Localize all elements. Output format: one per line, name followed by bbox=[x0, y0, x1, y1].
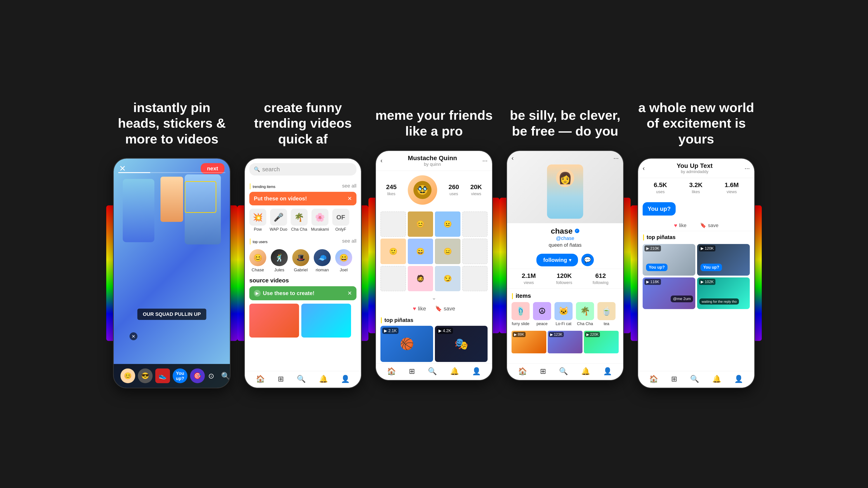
face-cell-2[interactable]: 😐 bbox=[435, 212, 460, 237]
stat4-followers-label: followers bbox=[556, 281, 572, 285]
face-cell-empty-2[interactable] bbox=[462, 212, 488, 237]
nav-bell-5[interactable]: 🔔 bbox=[712, 375, 721, 383]
sticker-onlyf[interactable]: OF OnlyF bbox=[332, 209, 349, 232]
nav-bell-3[interactable]: 🔔 bbox=[450, 367, 459, 376]
following-button[interactable]: following ▾ bbox=[536, 254, 578, 266]
back-button-3[interactable]: ‹ bbox=[380, 157, 382, 164]
stat5-views: 1.6M views bbox=[725, 182, 739, 194]
message-button[interactable]: 💬 bbox=[581, 254, 594, 266]
save-button-3[interactable]: 🔖 save bbox=[435, 305, 455, 312]
toolbar-target-icon[interactable]: ⊙ bbox=[208, 372, 214, 380]
chevron-down[interactable]: ⌄ bbox=[376, 293, 492, 302]
back-button-5[interactable]: ‹ bbox=[643, 165, 645, 172]
nav-grid-3[interactable]: ⊞ bbox=[409, 367, 415, 376]
more-button-3[interactable]: ··· bbox=[483, 157, 488, 164]
vgs-3[interactable]: ▶ 220K bbox=[584, 331, 619, 353]
item-lofi-name: Lo-Fi cat bbox=[556, 322, 571, 326]
nav-search-3[interactable]: 🔍 bbox=[428, 367, 437, 376]
user-chase-avatar: 😊 bbox=[249, 249, 266, 266]
item-peace[interactable]: ☮ peace bbox=[533, 302, 551, 326]
see-all-2[interactable]: see all bbox=[342, 238, 356, 244]
more-button-5[interactable]: ··· bbox=[745, 165, 750, 172]
user-jules[interactable]: 🕺 Jules bbox=[271, 249, 288, 272]
yellow-bar-1: | bbox=[249, 182, 251, 189]
top-pinatas-label-3: | top piñatas bbox=[376, 315, 492, 325]
like-button-3[interactable]: ♥ like bbox=[413, 305, 426, 312]
nav-search-5[interactable]: 🔍 bbox=[690, 375, 699, 383]
trending-close-btn[interactable]: ✕ bbox=[347, 195, 352, 202]
face-cell-empty-5[interactable] bbox=[462, 266, 488, 291]
pt2-3[interactable]: ▶ 118K @me 2um bbox=[643, 278, 695, 309]
item-tea[interactable]: 🍵 tea bbox=[597, 302, 616, 326]
sticker-chacha[interactable]: 🌴 Cha Cha bbox=[291, 209, 308, 232]
user-joel[interactable]: 😄 Joel bbox=[335, 249, 352, 272]
pinata-thumb-1[interactable]: ▶ 2.1K 🏀 bbox=[380, 326, 433, 362]
nav-profile-3[interactable]: 👤 bbox=[472, 367, 481, 376]
vgs-count-2: ▶ 123K bbox=[549, 332, 564, 337]
trending-banner[interactable]: Put these on videos! ✕ bbox=[249, 192, 356, 205]
sticker-murakami[interactable]: 🌸 Murakami bbox=[311, 209, 329, 232]
more-button-4[interactable]: ··· bbox=[614, 155, 619, 162]
search-bar[interactable]: 🔍 search bbox=[249, 163, 356, 175]
close-button[interactable]: ✕ bbox=[119, 164, 126, 173]
nav-grid-4[interactable]: ⊞ bbox=[540, 367, 546, 376]
face-cell-1[interactable]: 😊 bbox=[408, 212, 433, 237]
chat-bubble-area: You up? bbox=[638, 198, 754, 220]
sticker-row: 😊 😎 👟 You up? 🎯 bbox=[121, 368, 205, 383]
pt2-4[interactable]: ▶ 102K waiting for the reply tho bbox=[697, 278, 750, 309]
face-cell-7[interactable]: 😏 bbox=[435, 266, 460, 291]
back-button-4[interactable]: ‹ bbox=[512, 155, 514, 162]
face-cell-5[interactable]: 😑 bbox=[435, 238, 460, 264]
face-cell-3[interactable]: 🙂 bbox=[380, 238, 406, 264]
vgs-2[interactable]: ▶ 123K bbox=[548, 331, 583, 353]
pinata-thumb-2[interactable]: ▶ 4.2K 🎭 bbox=[435, 326, 488, 362]
sticker-glasses[interactable]: 😎 bbox=[138, 368, 153, 383]
user-gabriel[interactable]: 🎩 Gabriel bbox=[292, 249, 309, 272]
pinata-count-1: ▶ 2.1K bbox=[382, 328, 399, 334]
user-joel-name: Joel bbox=[340, 267, 348, 272]
nav-home-3[interactable]: 🏠 bbox=[387, 367, 396, 376]
like-button-5[interactable]: ♥ like bbox=[674, 222, 686, 229]
nav-search-2[interactable]: 🔍 bbox=[297, 375, 306, 383]
nav-bell-2[interactable]: 🔔 bbox=[319, 375, 328, 383]
profile4-handle: @chase bbox=[512, 235, 619, 241]
sticker-close[interactable]: ✕ bbox=[129, 332, 137, 340]
source-banner[interactable]: ▶ Use these to create! ✕ bbox=[249, 286, 356, 300]
source-close-btn[interactable]: ✕ bbox=[347, 290, 352, 296]
nav-profile-5[interactable]: 👤 bbox=[734, 375, 743, 383]
pt2-2[interactable]: ▶ 120K You up? bbox=[697, 244, 750, 275]
nav-profile-4[interactable]: 👤 bbox=[603, 367, 612, 376]
vgs-1[interactable]: ▶ 89K bbox=[512, 331, 546, 353]
pt2-1[interactable]: ▶ 210K You up? bbox=[643, 244, 695, 275]
user-rioman[interactable]: 🧢 rioman bbox=[314, 249, 331, 272]
item-furry-slide[interactable]: 🩴 furry slide bbox=[512, 302, 530, 326]
sticker-logo[interactable]: 🎯 bbox=[190, 368, 205, 383]
nav-bell-4[interactable]: 🔔 bbox=[581, 367, 590, 376]
item-lofi[interactable]: 🐱 Lo-Fi cat bbox=[555, 302, 572, 326]
sticker-wap[interactable]: 🎤 WAP Duo bbox=[270, 209, 287, 232]
nav-home-2[interactable]: 🏠 bbox=[256, 375, 265, 383]
see-all-1[interactable]: see all bbox=[342, 183, 356, 189]
nav-home-5[interactable]: 🏠 bbox=[649, 375, 658, 383]
video-thumb-2[interactable] bbox=[301, 304, 351, 337]
nav-grid-5[interactable]: ⊞ bbox=[671, 375, 677, 383]
nav-grid-2[interactable]: ⊞ bbox=[278, 375, 284, 383]
sticker-pow[interactable]: 💥 Pow bbox=[249, 209, 266, 232]
sticker-face[interactable]: 😊 bbox=[121, 368, 135, 383]
toolbar-search-icon[interactable]: 🔍 bbox=[221, 372, 230, 380]
top-users-header: | top users see all bbox=[245, 235, 361, 247]
face-cell-empty-4[interactable] bbox=[380, 266, 406, 291]
save-button-5[interactable]: 🔖 save bbox=[700, 222, 718, 229]
sticker-youup[interactable]: You up? bbox=[173, 368, 187, 383]
face-cell-empty-3[interactable] bbox=[462, 238, 488, 264]
nav-profile-2[interactable]: 👤 bbox=[341, 375, 350, 383]
video-thumb-1[interactable] bbox=[249, 304, 299, 337]
face-cell-empty-1[interactable] bbox=[380, 212, 406, 237]
user-chase[interactable]: 😊 Chase bbox=[249, 249, 266, 272]
item-chacha[interactable]: 🌴 Cha Cha bbox=[576, 302, 594, 326]
sticker-shoe[interactable]: 👟 bbox=[155, 368, 170, 383]
face-cell-6[interactable]: 🧔 bbox=[408, 266, 433, 291]
nav-search-4[interactable]: 🔍 bbox=[559, 367, 568, 376]
nav-home-4[interactable]: 🏠 bbox=[518, 367, 527, 376]
face-cell-4[interactable]: 😄 bbox=[408, 238, 433, 264]
